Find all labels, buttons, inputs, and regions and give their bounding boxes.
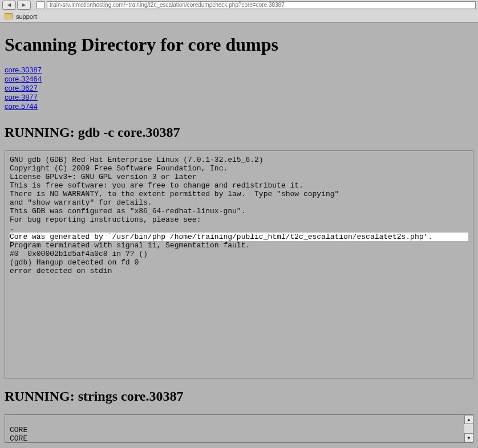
arrow-right-icon: ▸ (22, 1, 26, 9)
browser-toolbar: ◂ ▸ train-srv.inmotionhosting.com/~train… (0, 0, 478, 10)
gdb-line: This is free software: you are free to c… (10, 181, 303, 190)
gdb-line: Program terminated with signal 11, Segme… (10, 241, 250, 250)
gdb-line: License GPLv3+: GNU GPL version 3 or lat… (10, 173, 197, 181)
core-link[interactable]: core.3877 (5, 93, 38, 102)
core-link[interactable]: core.30387 (5, 66, 42, 75)
gdb-line: There is NO WARRANTY, to the extent perm… (10, 190, 339, 198)
gdb-line: #0 0x00002b1d5af4a0c8 in ?? () (10, 250, 148, 258)
core-link[interactable]: core.3627 (5, 84, 38, 93)
triangle-up-icon: ▲ (468, 416, 471, 424)
gdb-line: For bug reporting instructions, please s… (10, 215, 201, 224)
arrow-left-icon: ◂ (7, 1, 11, 9)
gdb-heading: RUNNING: gdb -c core.30387 (5, 125, 473, 140)
page-content: Scanning Directory for core dumps core.3… (0, 23, 478, 447)
back-button[interactable]: ◂ (2, 1, 16, 10)
bookmark-bar: support (0, 10, 478, 23)
strings-line: CORE (10, 426, 27, 434)
gdb-line: (gdb) Hangup detected on fd 0 (10, 258, 139, 267)
strings-line: CORE (10, 434, 27, 443)
scroll-down-button[interactable]: ▼ (464, 433, 473, 442)
gdb-highlighted-line: Core was generated by `/usr/bin/php /hom… (10, 233, 468, 241)
strings-heading: RUNNING: strings core.30387 (5, 389, 473, 404)
scrollbar[interactable]: ▲ ▼ (464, 415, 473, 442)
strings-output: CORE CORE ▲ ▼ (5, 414, 473, 443)
core-link[interactable]: core.5744 (5, 102, 38, 111)
page-title: Scanning Directory for core dumps (5, 34, 473, 55)
triangle-down-icon: ▼ (468, 434, 471, 442)
page-icon (37, 1, 44, 9)
folder-icon (5, 13, 13, 19)
gdb-line: This GDB was configured as "x86_64-redha… (10, 207, 245, 215)
gdb-line: . (10, 224, 14, 233)
gdb-line: and "show warranty" for details. (10, 198, 152, 207)
scroll-up-button[interactable]: ▲ (464, 415, 473, 424)
nav-buttons: ◂ ▸ (2, 1, 31, 10)
url-bar[interactable]: train-srv.inmotionhosting.com/~training/… (47, 1, 476, 9)
core-links-list: core.30387 core.32464 core.3627 core.387… (5, 66, 473, 111)
bookmark-support[interactable]: support (16, 13, 37, 20)
gdb-line: GNU gdb (GDB) Red Hat Enterprise Linux (… (10, 156, 264, 164)
core-link[interactable]: core.32464 (5, 75, 42, 84)
gdb-line: error detected on stdin (10, 267, 112, 275)
forward-button[interactable]: ▸ (17, 1, 31, 10)
gdb-line: Copyright (C) 2009 Free Software Foundat… (10, 164, 228, 173)
gdb-output: GNU gdb (GDB) Red Hat Enterprise Linux (… (5, 150, 473, 378)
